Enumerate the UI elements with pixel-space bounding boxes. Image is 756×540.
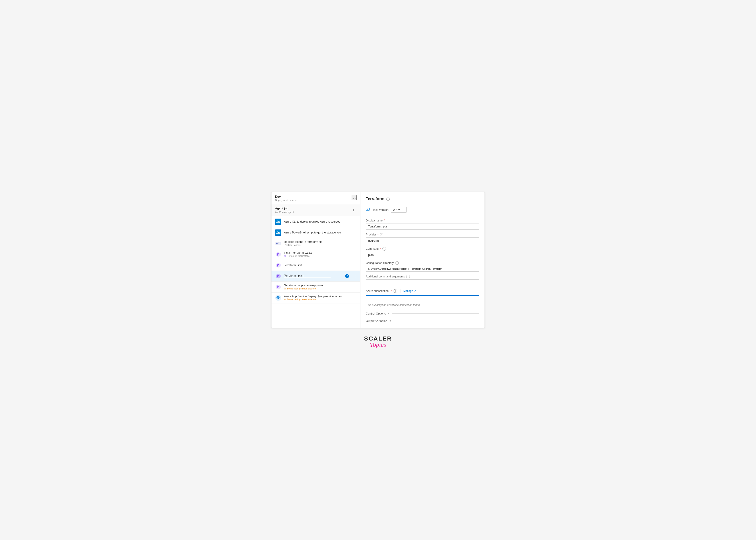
additional-args-input[interactable] xyxy=(366,279,479,286)
replace-tokens-name: Replace tokens in terraform file xyxy=(284,240,357,243)
display-name-label-text: Display name xyxy=(366,219,383,222)
task-item-replace-tokens[interactable]: #{}| Replace tokens in terraform file Re… xyxy=(272,238,360,249)
provider-info-icon[interactable]: i xyxy=(380,233,383,236)
agent-icon xyxy=(275,210,278,214)
command-label: Command * i xyxy=(366,247,479,251)
azure-cli-name: Azure CLI to deploy required Azure resou… xyxy=(284,220,357,223)
install-terraform-icon xyxy=(275,251,281,257)
display-name-required: * xyxy=(384,219,385,222)
terraform-apply-name: Terraform : apply -auto-approve xyxy=(284,284,357,287)
app-service-icon xyxy=(275,295,281,301)
branding: SCALER Topics xyxy=(364,335,392,348)
task-item-terraform-apply[interactable]: Terraform : apply -auto-approve ⚠ Some s… xyxy=(272,282,360,293)
task-list: Azure CLI to deploy required Azure resou… xyxy=(272,216,360,304)
svg-text:#{}|: #{}| xyxy=(276,242,281,245)
provider-label-text: Provider xyxy=(366,233,376,236)
provider-required: * xyxy=(378,233,379,236)
command-input[interactable] xyxy=(366,252,479,258)
config-dir-input[interactable] xyxy=(366,266,479,272)
task-plan-actions: ✓ ⋮⋮ xyxy=(345,274,357,278)
command-label-text: Command xyxy=(366,247,379,250)
terraform-plan-icon xyxy=(275,273,281,279)
left-panel: Dev Deployment process ... Agent job Run… xyxy=(272,192,360,328)
install-terraform-name: Install Terraform 0.12.3 xyxy=(284,251,357,254)
svg-marker-6 xyxy=(284,255,286,257)
config-dir-info-icon[interactable]: i xyxy=(395,261,399,265)
panel-title-text: Terraform xyxy=(366,197,384,201)
azure-subscription-hint: No subscription or service connection fo… xyxy=(366,302,479,308)
display-name-input[interactable] xyxy=(366,223,479,230)
control-options-section[interactable]: Control Options ∨ xyxy=(366,312,479,315)
active-underline xyxy=(284,278,331,278)
provider-label: Provider * i xyxy=(366,233,479,236)
svg-rect-12 xyxy=(366,208,370,210)
azure-cli-info: Azure CLI to deploy required Azure resou… xyxy=(284,220,357,223)
terraform-apply-icon xyxy=(275,284,281,290)
task-item-terraform-plan[interactable]: Terraform : plan ✓ ⋮⋮ xyxy=(272,271,360,282)
azure-powershell-name: Azure PowerShell script to get the stora… xyxy=(284,231,357,234)
azure-subscription-row: Azure subscription * i | Manage ↗ No sub… xyxy=(366,289,479,308)
panel-title-info-icon[interactable]: i xyxy=(386,197,390,201)
task-item-terraform-init[interactable]: Terraform : init xyxy=(272,260,360,271)
provider-input[interactable] xyxy=(366,237,479,244)
replace-tokens-info: Replace tokens in terraform file Replace… xyxy=(284,240,357,246)
agent-job-sub: Run on agent xyxy=(275,210,294,214)
svg-rect-0 xyxy=(275,211,278,212)
additional-args-row: Additional command arguments i xyxy=(366,275,479,286)
command-info-icon[interactable]: i xyxy=(382,247,386,251)
stage-menu-button[interactable]: ... xyxy=(351,195,357,201)
terraform-plan-info: Terraform : plan xyxy=(284,274,342,278)
task-version-value: 2.* xyxy=(393,208,397,211)
main-container: Dev Deployment process ... Agent job Run… xyxy=(271,192,485,328)
config-dir-label-text: Configuration directory xyxy=(366,261,394,265)
brand-scaler-text: SCALER xyxy=(364,335,392,342)
agent-job-subtitle: Run on agent xyxy=(279,211,294,213)
terraform-init-icon xyxy=(275,262,281,268)
agent-job-title: Agent job xyxy=(275,206,294,210)
svg-point-11 xyxy=(277,297,279,299)
app-service-warning: ⚠ Some settings need attention xyxy=(284,298,357,301)
task-version-dropdown[interactable]: 2.* ∨ xyxy=(391,207,407,212)
azure-subscription-required: * xyxy=(390,289,392,293)
task-version-label: Task version xyxy=(372,208,388,211)
azure-subscription-input[interactable] xyxy=(366,295,479,302)
right-panel: Terraform i Task version 2.* ∨ Display n… xyxy=(360,192,484,328)
display-name-row: Display name * xyxy=(366,219,479,230)
task-drag-icon: ⋮⋮ xyxy=(350,274,357,278)
task-version-row: Task version 2.* ∨ xyxy=(366,205,479,215)
stage-header: Dev Deployment process ... xyxy=(272,192,360,204)
task-check-icon: ✓ xyxy=(345,274,349,278)
add-task-button[interactable]: + xyxy=(350,207,357,214)
terraform-plan-name: Terraform : plan xyxy=(284,274,342,277)
output-variables-chevron: ∨ xyxy=(389,320,391,322)
brand-topics-text: Topics xyxy=(364,341,392,348)
task-item-app-service[interactable]: Azure App Service Deploy: $(appservicena… xyxy=(272,293,360,304)
manage-separator: | xyxy=(400,289,401,293)
additional-args-label: Additional command arguments i xyxy=(366,275,479,278)
config-dir-row: Configuration directory i xyxy=(366,261,479,272)
additional-args-info-icon[interactable]: i xyxy=(406,275,410,278)
azure-subscription-label-text: Azure subscription xyxy=(366,289,389,293)
control-options-chevron: ∨ xyxy=(388,312,390,315)
terraform-init-name: Terraform : init xyxy=(284,264,357,267)
manage-link[interactable]: Manage ↗ xyxy=(403,289,416,293)
panel-title: Terraform i xyxy=(366,197,479,201)
chevron-down-icon: ∨ xyxy=(398,208,400,211)
output-variables-label: Output Variables xyxy=(366,319,387,323)
task-item-azure-cli[interactable]: Azure CLI to deploy required Azure resou… xyxy=(272,216,360,227)
terraform-apply-warning: ⚠ Some settings need attention xyxy=(284,287,357,290)
output-variables-section[interactable]: Output Variables ∨ xyxy=(366,319,479,323)
app-service-info: Azure App Service Deploy: $(appservicena… xyxy=(284,295,357,301)
stage-info: Dev Deployment process xyxy=(275,195,297,202)
command-required: * xyxy=(380,247,381,250)
control-options-label: Control Options xyxy=(366,312,386,315)
azure-powershell-info: Azure PowerShell script to get the stora… xyxy=(284,231,357,234)
external-link-icon: ↗ xyxy=(414,289,416,292)
task-item-install-terraform[interactable]: Install Terraform 0.12.3 Terraform tool … xyxy=(272,249,360,260)
stage-subtitle: Deployment process xyxy=(275,199,297,202)
azure-subscription-info-icon[interactable]: i xyxy=(394,289,397,293)
azure-powershell-icon xyxy=(275,229,281,236)
task-item-azure-powershell[interactable]: Azure PowerShell script to get the stora… xyxy=(272,227,360,238)
terraform-apply-info: Terraform : apply -auto-approve ⚠ Some s… xyxy=(284,284,357,290)
stage-title: Dev xyxy=(275,195,297,199)
